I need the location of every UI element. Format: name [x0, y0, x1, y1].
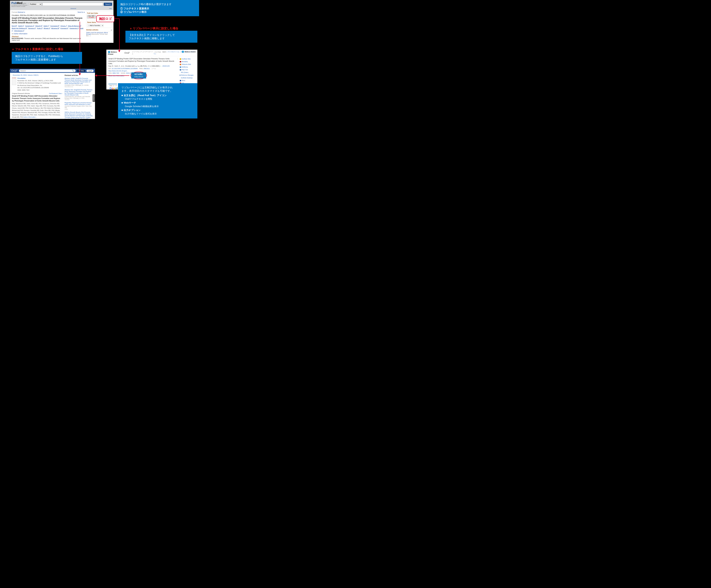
- related-article[interactable]: SM22α (Smooth Muscle 22α) Prevents Aorti…: [65, 111, 93, 119]
- pubmed-logo[interactable]: PubMed.gov US National Library of Medici…: [12, 1, 27, 7]
- citation: Circulation. 2018 Nov 20;138(21):2413-24…: [12, 14, 85, 16]
- callout-text: フルテキスト画面に移動します: [129, 37, 194, 40]
- arrow-head-left-icon: [95, 75, 97, 77]
- pubmed-db-select[interactable]: PubMed: [29, 3, 42, 6]
- wk-logo-right: ⬤ Wolters Kluwer: [181, 50, 196, 53]
- callout-resolver-features: リゾルバページには文献詳細などが表示され ます。表示項目のカスタマイズも可能です…: [118, 83, 197, 119]
- callout-text: 施設ロゴをクリックすると、PubMedから: [15, 55, 79, 58]
- export-option[interactable]: Refworks Web: [180, 63, 195, 66]
- arrow-logo-to-resolver-h: [114, 19, 120, 19]
- pmid-link[interactable]: 29921611: [144, 68, 150, 69]
- breadcrumb[interactable]: ‹ November 20, 2018, Volume 138(21): [12, 74, 63, 76]
- callout-opt-2: リゾルバページ表示: [124, 10, 147, 13]
- callout-text: 施設ロゴクリック時の遷移先が選択できます: [120, 3, 196, 6]
- author-info-toggle[interactable]: Author Information ⌵: [23, 116, 37, 118]
- callout-text: フルテキスト画面に直接遷移します: [15, 58, 79, 61]
- article-byline: Nogi, M , Satoh, K , et al , Circulation…: [108, 65, 175, 67]
- source-link[interactable]: https://www.ncbi.nlm.nih.gov/…: [108, 70, 128, 72]
- related-article[interactable]: Regarding “Rapamycin prevents thoracic a…: [65, 102, 93, 110]
- export-option[interactable]: Word: [180, 79, 195, 82]
- ovid-logo[interactable]: Ovid®: [125, 51, 130, 54]
- similar-articles-box: Similar articles▴ Statins exert the plei…: [86, 29, 112, 37]
- ovid-search-input[interactable]: [20, 70, 72, 72]
- arrow-head-down-icon: [79, 74, 81, 76]
- callout-logo-choice: 施設ロゴクリック時の遷移先が選択できます ① フルテキスト直接表示 ② リゾルバ…: [117, 0, 199, 16]
- author-list: Nogi M1, Satoh K1, Sunamura S1, Kikuchi …: [12, 25, 85, 32]
- export-tools: EndNote WebMendeleyRefworks WebRefWorksP…: [180, 58, 195, 87]
- section-label: Original Research Articles: [12, 92, 30, 94]
- abstract-heading: Abstract: [12, 36, 85, 38]
- institution-logo-badge[interactable]: 施設ロゴ: [96, 15, 114, 22]
- article-title: Small GTP-Binding Protein GDP Dissociati…: [108, 58, 175, 65]
- author-info-toggle[interactable]: Author information: [14, 33, 27, 35]
- article-title: Small GTP-Binding Protein GDP Dissociati…: [12, 95, 63, 102]
- callout-num-2: ②: [120, 10, 123, 13]
- export-option[interactable]: RIS (Zotero, Reference Manager, EndNote …: [180, 71, 195, 79]
- fulltext-button[interactable]: FULL TEXT Circulation: [87, 15, 96, 18]
- add-favorites-button[interactable]: ☆ Add to Favorites: [87, 24, 101, 27]
- ovid-logo[interactable]: Ovid®: [12, 69, 18, 72]
- favorites-dropdown[interactable]: ▾: [102, 24, 104, 27]
- ovid-header: Ovid® 🔍 ❔ Help Logoff: [10, 69, 95, 73]
- feedback-tab[interactable]: feedback: [92, 94, 95, 102]
- ovid-search-bar: 🔍: [19, 69, 76, 72]
- arrow-logo-to-ovid: [80, 22, 80, 74]
- doi-link[interactable]: 10.1161/CIRCULATIONAHA.118.035648: [112, 68, 137, 69]
- callout-text: 【全文を読む】アイコンをクリックして: [129, 33, 194, 37]
- read-fulltext-button[interactable]: 全文を読むovidsp.ovid.com: [131, 72, 146, 79]
- section-1-heading: ①フルテキスト直接表示に設定した場合: [12, 47, 63, 51]
- journal-meta: Circulation November 20, 2018, Volume 13…: [17, 77, 63, 91]
- pubmed-header: PubMed.gov US National Library of Medici…: [10, 1, 113, 8]
- format-select[interactable]: Abstract ▾: [18, 11, 25, 13]
- pubmed-search-bar: PubMed Search: [29, 3, 112, 6]
- logoff-button[interactable]: Logoff: [86, 70, 93, 72]
- journal-thumbnail[interactable]: Circulation: [12, 77, 16, 85]
- help-link[interactable]: Help: [109, 8, 112, 9]
- arrow-head-down-icon: [118, 50, 121, 52]
- full-featured-view-link[interactable]: Full-featured View ›: [49, 92, 63, 94]
- callout-text: リゾルバページには文献詳細などが表示され: [122, 86, 194, 89]
- send-to[interactable]: Send to ▾: [78, 11, 85, 13]
- my-profile-link[interactable]: マイプロファイル: [168, 51, 179, 52]
- callout-num-1: ①: [120, 7, 123, 10]
- callout-opt-1: フルテキスト直接表示: [124, 7, 149, 10]
- pubmed-article: Format Abstract ▾ Send to ▾ Circulation.…: [12, 11, 85, 42]
- author-list: Nogi, Masamichi MD; Satoh, Kimio MD, PhD…: [12, 103, 63, 118]
- export-option[interactable]: EndNote Web: [180, 58, 195, 60]
- help-button[interactable]: ❔ Help: [77, 69, 85, 72]
- export-option[interactable]: RefWorks: [180, 66, 195, 68]
- pubmed-search-input[interactable]: [43, 3, 103, 6]
- issn-link[interactable]: 0009-7322: [112, 72, 119, 74]
- related-article[interactable]: Abstract 315: SmgGDS Prevents Thoracic A…: [65, 89, 93, 100]
- arrow-logo-to-resolver-v: [119, 19, 120, 50]
- section-2-heading: ②リゾルバページ表示に設定した場合: [129, 26, 178, 30]
- export-option[interactable]: Plain Text: [180, 68, 195, 71]
- arrow-resolver-to-ovid: [97, 76, 129, 76]
- pubmed-search-button[interactable]: Search: [104, 3, 112, 6]
- callout-text: ます。表示項目のカスタマイズも可能です。: [122, 89, 194, 92]
- more-menu-icon[interactable]: ⋮: [177, 58, 178, 87]
- article-title: Small GTP-Binding Protein GDP Dissociati…: [12, 17, 85, 24]
- related-article[interactable]: Abstract 10466: SmgGDS Prevents Thoracic…: [65, 78, 93, 87]
- read-fulltext-highlight: 全文を読むovidsp.ovid.com: [131, 72, 147, 79]
- resolver-nav[interactable]: ジャーナル ブック データベース: [132, 51, 154, 55]
- callout-resolver-click: 【全文を読む】アイコンをクリックして フルテキスト画面に移動します: [125, 31, 197, 43]
- export-option[interactable]: Mendeley: [180, 60, 195, 63]
- callout-direct-fulltext: 施設ロゴをクリックすると、PubMedから フルテキスト画面に直接遷移します: [12, 52, 82, 64]
- ovid-fulltext-panel: Ovid® 🔍 ❔ Help Logoff ‹ November 20, 201…: [10, 69, 95, 119]
- search-icon[interactable]: 🔍: [72, 70, 74, 72]
- advanced-link[interactable]: Advanced: [70, 8, 76, 9]
